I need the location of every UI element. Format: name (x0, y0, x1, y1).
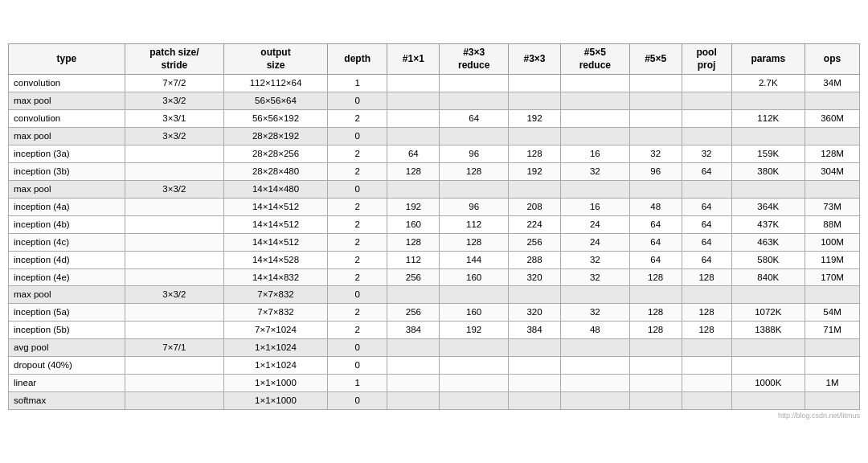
cell-c5x5r (560, 75, 629, 92)
cell-type: softmax (9, 392, 125, 410)
cell-patch: 3×3/1 (125, 110, 223, 128)
cell-pool (682, 75, 731, 92)
cell-patch (125, 215, 223, 233)
cell-ops: 128M (805, 145, 860, 162)
cell-c5x5: 64 (629, 233, 682, 251)
cell-c3x3: 288 (509, 251, 561, 268)
cell-c5x5 (629, 357, 682, 375)
cell-type: linear (9, 375, 125, 392)
col-header-patch: patch size/stride (125, 44, 223, 75)
cell-c5x5 (629, 128, 682, 145)
cell-ops: 73M (805, 198, 860, 215)
cell-pool (682, 180, 731, 198)
cell-output: 56×56×64 (224, 92, 328, 110)
cell-type: max pool (9, 286, 125, 304)
cell-pool: 64 (682, 233, 731, 251)
cell-c1x1 (387, 180, 440, 198)
cell-c3x3r: 128 (440, 233, 509, 251)
table-row: max pool3×3/27×7×8320 (9, 286, 860, 304)
table-body: convolution7×7/2112×112×6412.7K34Mmax po… (9, 75, 860, 410)
cell-depth: 0 (327, 286, 387, 304)
cell-c3x3r (440, 375, 509, 392)
cell-output: 14×14×480 (224, 180, 328, 198)
cell-c5x5 (629, 75, 682, 92)
cell-c3x3: 256 (509, 233, 561, 251)
cell-c3x3: 320 (509, 268, 561, 286)
table-row: max pool3×3/214×14×4800 (9, 180, 860, 198)
cell-ops: 88M (805, 215, 860, 233)
cell-c3x3r: 160 (440, 268, 509, 286)
cell-type: dropout (40%) (9, 357, 125, 375)
cell-c1x1: 112 (387, 251, 440, 268)
cell-output: 1×1×1000 (224, 375, 328, 392)
cell-pool: 64 (682, 215, 731, 233)
cell-ops: 304M (805, 162, 860, 180)
cell-type: max pool (9, 180, 125, 198)
cell-pool: 128 (682, 304, 731, 322)
table-row: convolution3×3/156×56×192264192112K360M (9, 110, 860, 128)
cell-c5x5 (629, 110, 682, 128)
cell-c1x1: 384 (387, 322, 440, 339)
cell-c5x5: 128 (629, 304, 682, 322)
cell-depth: 2 (327, 145, 387, 162)
cell-output: 14×14×528 (224, 251, 328, 268)
cell-pool: 32 (682, 145, 731, 162)
cell-patch: 3×3/2 (125, 128, 223, 145)
cell-c3x3r: 112 (440, 215, 509, 233)
table-header: typepatch size/strideoutputsizedepth#1×1… (9, 44, 860, 75)
cell-patch (125, 357, 223, 375)
cell-output: 28×28×256 (224, 145, 328, 162)
cell-c5x5: 64 (629, 215, 682, 233)
cell-c3x3 (509, 75, 561, 92)
cell-params (731, 392, 805, 410)
cell-depth: 1 (327, 375, 387, 392)
table-row: inception (5b)7×7×1024238419238448128128… (9, 322, 860, 339)
cell-c5x5: 96 (629, 162, 682, 180)
cell-depth: 2 (327, 322, 387, 339)
cell-params: 463K (731, 233, 805, 251)
table-container: typepatch size/strideoutputsizedepth#1×1… (8, 43, 860, 420)
cell-c5x5 (629, 392, 682, 410)
cell-patch (125, 162, 223, 180)
cell-output: 1×1×1024 (224, 339, 328, 357)
cell-pool (682, 339, 731, 357)
cell-params: 1388K (731, 322, 805, 339)
cell-c3x3r (440, 286, 509, 304)
table-row: inception (4e)14×14×83222561603203212812… (9, 268, 860, 286)
cell-c5x5r: 16 (560, 145, 629, 162)
cell-patch: 7×7/2 (125, 75, 223, 92)
cell-c1x1 (387, 286, 440, 304)
cell-c3x3 (509, 392, 561, 410)
cell-c5x5r (560, 128, 629, 145)
cell-params: 380K (731, 162, 805, 180)
col-header-ops: ops (805, 44, 860, 75)
cell-depth: 2 (327, 110, 387, 128)
cell-params: 840K (731, 268, 805, 286)
cell-c3x3: 320 (509, 304, 561, 322)
cell-c5x5: 128 (629, 322, 682, 339)
cell-ops: 1M (805, 375, 860, 392)
cell-patch: 3×3/2 (125, 286, 223, 304)
cell-c1x1: 128 (387, 233, 440, 251)
cell-c3x3: 192 (509, 110, 561, 128)
cell-output: 28×28×480 (224, 162, 328, 180)
cell-depth: 0 (327, 392, 387, 410)
cell-type: inception (4a) (9, 198, 125, 215)
cell-output: 56×56×192 (224, 110, 328, 128)
cell-c1x1: 128 (387, 162, 440, 180)
col-header-c5x5r: #5×5reduce (560, 44, 629, 75)
cell-params (731, 286, 805, 304)
cell-pool: 64 (682, 251, 731, 268)
cell-c5x5r: 32 (560, 162, 629, 180)
cell-c3x3r (440, 92, 509, 110)
cell-c3x3 (509, 128, 561, 145)
cell-pool: 64 (682, 162, 731, 180)
cell-c5x5r (560, 180, 629, 198)
cell-pool (682, 357, 731, 375)
cell-ops (805, 339, 860, 357)
cell-c5x5r: 32 (560, 251, 629, 268)
table-row: inception (4b)14×14×51221601122242464644… (9, 215, 860, 233)
cell-params (731, 357, 805, 375)
cell-pool (682, 286, 731, 304)
cell-c1x1: 192 (387, 198, 440, 215)
